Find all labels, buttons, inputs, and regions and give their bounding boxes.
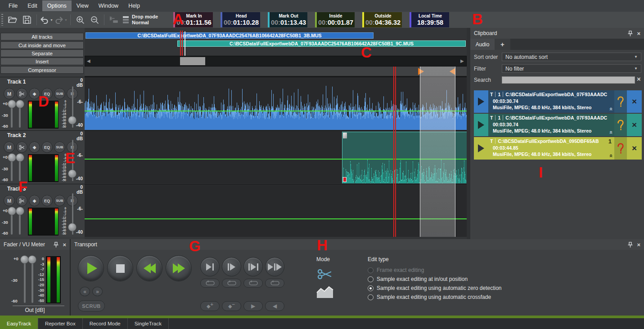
menu-item-options[interactable]: Options [42, 0, 72, 11]
track-2-lane[interactable] [85, 130, 467, 183]
out-fader-left-track[interactable] [24, 259, 26, 303]
clipboard-item[interactable]: T1C:\BCSData\FullExport\webDA_07F93AAADC… [474, 114, 642, 136]
item-play-button[interactable] [474, 90, 488, 113]
radio-2[interactable]: Sample exact editing at in/out position [368, 276, 468, 282]
redo-dropdown-caret[interactable]: ▼ [64, 18, 68, 22]
skip-forward-button[interactable]: » [92, 287, 103, 296]
close-icon[interactable]: × [637, 242, 640, 248]
track-3-lane[interactable] [85, 184, 467, 237]
close-icon[interactable]: × [637, 31, 640, 36]
timeline-scrollbar[interactable]: ◀ ▶ [85, 56, 467, 67]
cut-mode-button[interactable] [317, 268, 333, 282]
collapse-chevron-icon[interactable]: « [608, 131, 614, 134]
edit-tool-insert[interactable]: Insert [0, 58, 84, 65]
pin-icon[interactable] [54, 242, 59, 248]
track-3-volume-envelope[interactable] [85, 218, 467, 219]
menu-item-view[interactable]: View [72, 0, 94, 11]
scissors-button[interactable] [16, 195, 27, 206]
loop-button[interactable] [200, 279, 220, 288]
mute-button[interactable]: M [4, 88, 15, 99]
scroll-left-arrow[interactable]: ◀ [87, 58, 90, 63]
track-fader-knob[interactable] [8, 207, 16, 215]
loop-button[interactable] [265, 279, 284, 288]
collapse-chevron-icon[interactable]: « [608, 107, 614, 111]
playhead-cursor[interactable] [393, 67, 396, 237]
item-play-button[interactable] [474, 137, 488, 160]
skip-back-button[interactable]: « [80, 287, 90, 296]
radio-circle-icon[interactable] [368, 276, 374, 282]
radio-circle-icon[interactable] [368, 267, 374, 273]
workspace-tab-reporter-box[interactable]: Reporter Box [38, 318, 83, 329]
overview-position-marker[interactable] [185, 31, 185, 56]
workspace-tab-singletrack[interactable]: SingleTrack [128, 318, 169, 329]
diamond-button[interactable]: ◆ [29, 142, 40, 153]
drop-mode-control[interactable]: Drop mode Normal [123, 14, 158, 26]
pin-icon[interactable] [628, 31, 633, 36]
item-body[interactable]: T1C:\BCSData\FullExport\webDA_07F93AAADC… [488, 114, 614, 136]
track-1-volume-envelope[interactable] [85, 111, 467, 111]
stop-button[interactable] [107, 255, 133, 281]
clipboard-item[interactable]: T1C:\BCSData\FullExport\webDA_07F93AAADC… [474, 90, 642, 113]
timeline-selection[interactable] [420, 67, 455, 237]
track-volume-knob[interactable] [68, 116, 77, 124]
ear-icon[interactable] [614, 137, 627, 160]
save-button[interactable] [20, 13, 34, 27]
edit-tool-compressor[interactable]: Compressor [0, 66, 84, 74]
track-fader-knob[interactable] [8, 153, 16, 162]
sub-button[interactable]: SUB [54, 88, 65, 99]
undo-button[interactable]: ▼ [39, 13, 54, 27]
item-body[interactable]: T1C:\BCSData\FullExport\webDA_07F93AAADC… [488, 90, 614, 113]
track-1-lane[interactable] [85, 77, 467, 130]
edit-tool-separate[interactable]: Separate [0, 49, 84, 57]
menu-item-file[interactable]: File [4, 0, 23, 11]
workspace-tab-easytrack[interactable]: EasyTrack [0, 318, 38, 329]
track-2-volume-envelope[interactable] [85, 159, 467, 160]
menu-item-help[interactable]: Help [123, 0, 145, 11]
toolbar-grip[interactable] [1, 14, 3, 26]
scroll-right-arrow[interactable]: ▶ [460, 58, 464, 63]
overview-clip-2[interactable]: C:\BCSData\FullExport\webDA_07F93AAADC25… [177, 40, 466, 47]
clip-start-handle[interactable] [343, 177, 347, 182]
scrollbar-thumb[interactable] [180, 57, 205, 65]
filter-dropdown[interactable]: No filter▼ [502, 64, 641, 73]
menu-item-window[interactable]: Window [94, 0, 123, 11]
eq-button[interactable]: EQ [41, 195, 53, 206]
play-selection-button[interactable] [243, 257, 263, 276]
radio-4[interactable]: Sample exact editing using automatic cro… [368, 294, 491, 300]
scissors-button[interactable] [16, 88, 27, 99]
search-input[interactable] [502, 76, 635, 84]
ear-icon[interactable] [614, 90, 627, 113]
mute-button[interactable]: M [4, 195, 15, 206]
sort-order-dropdown[interactable]: No automatic sort▼ [502, 53, 641, 61]
loop-button[interactable] [243, 279, 263, 288]
track-fader-knob[interactable] [16, 207, 24, 215]
track-volume-knob[interactable] [68, 169, 77, 178]
radio-circle-icon[interactable] [368, 285, 374, 291]
eq-button[interactable]: EQ [41, 142, 53, 153]
close-icon[interactable]: × [63, 242, 66, 248]
clip-fade-handle[interactable] [343, 133, 347, 138]
timeline-ruler[interactable] [85, 67, 467, 77]
vertical-splitter[interactable] [467, 28, 470, 239]
radio-3[interactable]: Sample exact editing using automatic zer… [368, 285, 502, 291]
fast-forward-button[interactable] [166, 255, 192, 281]
diamond-button[interactable]: ◆ [29, 195, 40, 206]
play-from-cursor-button[interactable] [222, 257, 241, 276]
previous-marker-button[interactable]: ◀ [265, 301, 284, 311]
mute-button[interactable]: M [4, 142, 15, 153]
loop-button[interactable] [222, 279, 241, 288]
item-delete-button[interactable]: × [627, 137, 642, 160]
menu-item-edit[interactable]: Edit [23, 0, 42, 11]
scissors-button[interactable] [16, 142, 27, 153]
track-fader-knob[interactable] [16, 100, 24, 108]
search-clear-icon[interactable]: × [637, 75, 641, 83]
out-fader-right-knob[interactable] [28, 255, 36, 264]
track-volume-knob[interactable] [68, 223, 77, 231]
workspace-tab-record-mode[interactable]: Record Mode [83, 318, 128, 329]
undo-dropdown-caret[interactable]: ▼ [50, 18, 53, 22]
radio-1[interactable]: Frame exact editing [368, 267, 424, 273]
ear-icon[interactable] [614, 114, 627, 136]
tab-audio[interactable]: Audio [470, 39, 495, 50]
collapse-chevron-icon[interactable]: « [608, 154, 614, 157]
play-to-cursor-button[interactable] [200, 257, 220, 276]
